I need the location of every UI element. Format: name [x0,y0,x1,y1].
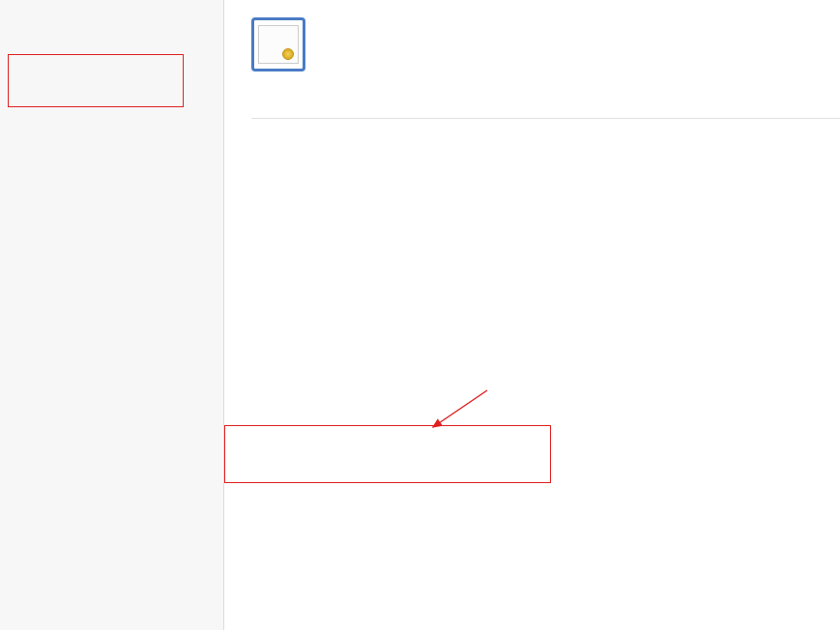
main-content [224,0,840,630]
annotation-box-main [224,425,551,483]
annotation-arrow [427,387,495,433]
svg-line-0 [433,390,487,427]
divider [251,118,840,119]
certificate-icon [251,17,305,72]
sidebar [0,0,224,630]
